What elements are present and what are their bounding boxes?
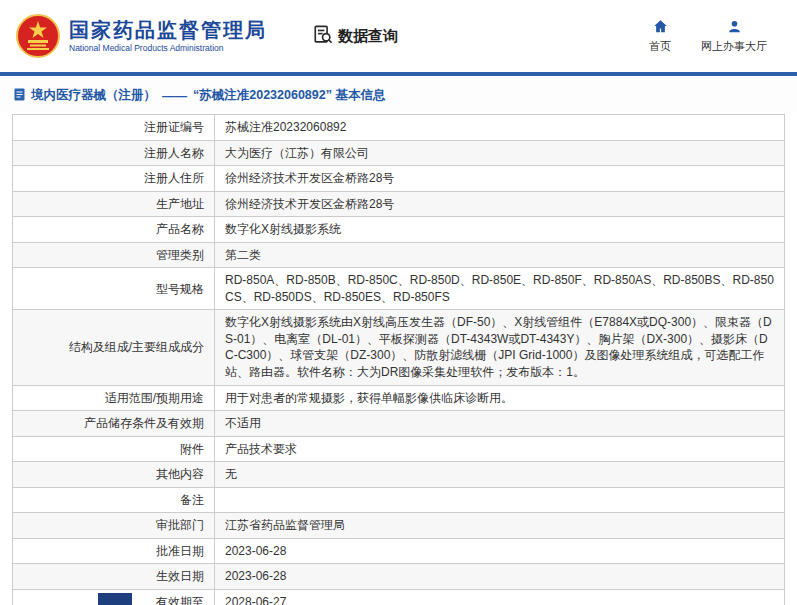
field-label: 型号规格 xyxy=(13,268,215,310)
field-label: 生产地址 xyxy=(13,191,215,217)
table-row: 生效日期2023-06-28 xyxy=(13,564,785,590)
breadcrumb-category[interactable]: 境内医疗器械（注册） xyxy=(31,87,156,104)
field-label: 结构及组成/主要组成成分 xyxy=(13,310,215,385)
registration-info-table: 注册证编号苏械注准20232060892注册人名称大为医疗（江苏）有限公司注册人… xyxy=(12,114,785,605)
field-label: 注册人住所 xyxy=(13,166,215,192)
field-value: 2023-06-28 xyxy=(215,538,785,564)
table-row: 产品名称数字化X射线摄影系统 xyxy=(13,217,785,243)
field-label: 产品储存条件及有效期 xyxy=(13,411,215,437)
table-row: 审批部门江苏省药品监督管理局 xyxy=(13,513,785,539)
agency-title-block: 国家药品监督管理局 National Medical Products Admi… xyxy=(69,19,267,53)
table-row: 结构及组成/主要组成成分数字化X射线摄影系统由X射线高压发生器（DF-50）、X… xyxy=(13,310,785,385)
table-row: 适用范围/预期用途用于对患者的常规摄影，获得单幅影像供临床诊断用。 xyxy=(13,385,785,411)
table-row: 注册人住所徐州经济技术开发区金桥路28号 xyxy=(13,166,785,192)
field-value: 数字化X射线摄影系统 xyxy=(215,217,785,243)
field-label: 管理类别 xyxy=(13,242,215,268)
nav-hall-label: 网上办事大厅 xyxy=(701,39,767,54)
field-value: RD-850A、RD-850B、RD-850C、RD-850D、RD-850E、… xyxy=(215,268,785,310)
field-label: 批准日期 xyxy=(13,538,215,564)
table-row: 注册证编号苏械注准20232060892 xyxy=(13,115,785,141)
page-title: “苏械注准20232060892” 基本信息 xyxy=(193,87,385,104)
agency-name-cn: 国家药品监督管理局 xyxy=(69,19,267,41)
home-icon xyxy=(653,19,668,36)
field-label: 备注 xyxy=(13,487,215,513)
field-value xyxy=(215,487,785,513)
field-value: 大为医疗（江苏）有限公司 xyxy=(215,140,785,166)
nav-item-home[interactable]: 首页 xyxy=(649,19,671,54)
data-query-nav[interactable]: 数据查询 xyxy=(313,25,398,48)
field-value: 2028-06-27 xyxy=(215,589,785,605)
field-value: 徐州经济技术开发区金桥路28号 xyxy=(215,191,785,217)
field-label: 适用范围/预期用途 xyxy=(13,385,215,411)
table-row: 注册人名称大为医疗（江苏）有限公司 xyxy=(13,140,785,166)
nav-home-label: 首页 xyxy=(649,39,671,54)
table-row: 产品储存条件及有效期不适用 xyxy=(13,411,785,437)
nmpa-emblem-logo xyxy=(16,14,60,58)
table-row: 附件产品技术要求 xyxy=(13,436,785,462)
field-value: 用于对患者的常规摄影，获得单幅影像供临床诊断用。 xyxy=(215,385,785,411)
table-row: 生产地址徐州经济技术开发区金桥路28号 xyxy=(13,191,785,217)
field-value: 无 xyxy=(215,462,785,488)
table-row: 备注 xyxy=(13,487,785,513)
field-value: 江苏省药品监督管理局 xyxy=(215,513,785,539)
field-label: 审批部门 xyxy=(13,513,215,539)
nav-item-service-hall[interactable]: 网上办事大厅 xyxy=(701,19,767,54)
table-row: 批准日期2023-06-28 xyxy=(13,538,785,564)
field-label: 附件 xyxy=(13,436,215,462)
footer-fragment xyxy=(98,593,132,605)
field-label: 产品名称 xyxy=(13,217,215,243)
field-label: 生效日期 xyxy=(13,564,215,590)
field-label: 注册人名称 xyxy=(13,140,215,166)
registration-table-body: 注册证编号苏械注准20232060892注册人名称大为医疗（江苏）有限公司注册人… xyxy=(13,115,785,605)
page-header: 国家药品监督管理局 National Medical Products Admi… xyxy=(0,0,797,72)
data-query-icon xyxy=(313,25,333,48)
table-row: 其他内容无 xyxy=(13,462,785,488)
field-value: 数字化X射线摄影系统由X射线高压发生器（DF-50）、X射线管组件（E7884X… xyxy=(215,310,785,385)
field-value: 第二类 xyxy=(215,242,785,268)
field-label: 注册证编号 xyxy=(13,115,215,141)
breadcrumb: 境内医疗器械（注册） —— “苏械注准20232060892” 基本信息 xyxy=(0,76,797,112)
top-nav: 首页 网上办事大厅 xyxy=(649,19,781,54)
field-label: 其他内容 xyxy=(13,462,215,488)
field-value: 徐州经济技术开发区金桥路28号 xyxy=(215,166,785,192)
table-row: 型号规格RD-850A、RD-850B、RD-850C、RD-850D、RD-8… xyxy=(13,268,785,310)
table-row: 管理类别第二类 xyxy=(13,242,785,268)
field-value: 苏械注准20232060892 xyxy=(215,115,785,141)
data-query-label: 数据查询 xyxy=(338,27,398,46)
field-value: 2023-06-28 xyxy=(215,564,785,590)
breadcrumb-separator: —— xyxy=(162,89,187,103)
field-value: 产品技术要求 xyxy=(215,436,785,462)
field-value: 不适用 xyxy=(215,411,785,437)
user-icon xyxy=(727,19,742,36)
document-icon xyxy=(14,88,25,104)
agency-name-en: National Medical Products Administration xyxy=(69,44,267,53)
